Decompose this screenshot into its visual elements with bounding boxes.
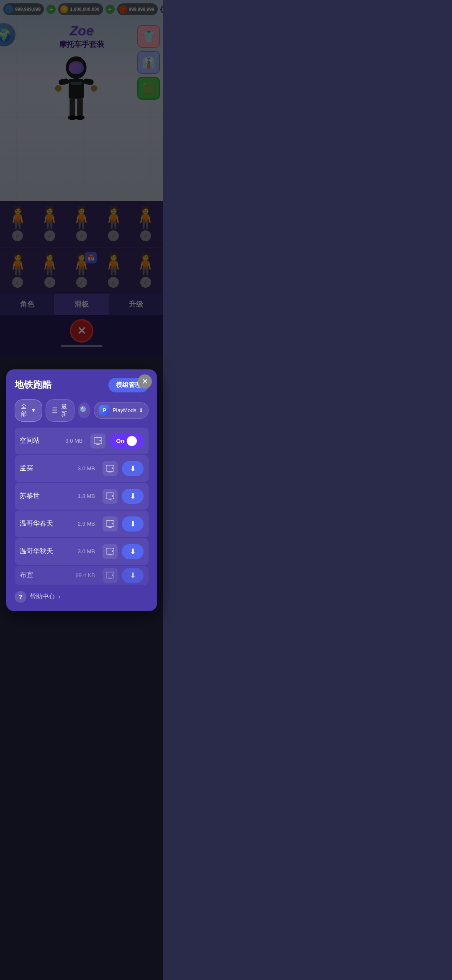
modal-overlay[interactable]: ✕ 地铁跑酷 模组管理 全部 ▼ ☰ 最新 🔍 P Play — [0, 0, 163, 355]
